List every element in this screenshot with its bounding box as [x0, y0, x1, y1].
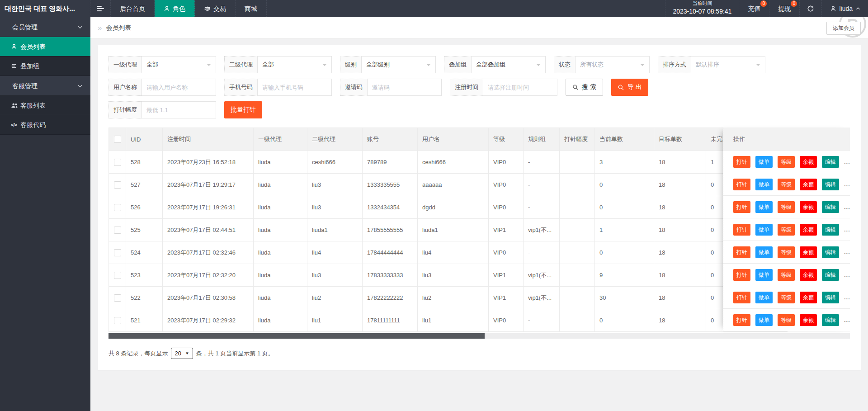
operations-row: 打针做单等级余额编辑...: [723, 151, 850, 173]
make-order-button[interactable]: 做单: [755, 269, 773, 281]
username-input[interactable]: [142, 79, 216, 95]
recharge-button[interactable]: 充值 0: [739, 0, 769, 17]
make-order-button[interactable]: 做单: [755, 179, 773, 190]
search-button[interactable]: 搜 索: [566, 79, 603, 96]
balance-button[interactable]: 余额: [800, 246, 817, 258]
more-actions-button[interactable]: ...: [844, 294, 850, 301]
cell-uid: 523: [126, 264, 163, 287]
sidebar-item-support-code[interactable]: </> 客服代码: [0, 115, 90, 135]
sidebar-item-stack-group[interactable]: 叠加组: [0, 57, 90, 76]
column-header-10: 目标单数: [654, 128, 706, 151]
phone-input[interactable]: [258, 79, 331, 95]
add-member-button[interactable]: 添加会员: [826, 22, 861, 35]
filter-stack-group: 叠加组 全部叠加组: [444, 56, 546, 73]
edit-button[interactable]: 编辑: [822, 156, 839, 168]
inject-button[interactable]: 打针: [733, 201, 750, 213]
cell-account: 17844444444: [363, 241, 418, 264]
menu-toggle-button[interactable]: [90, 0, 111, 17]
row-checkbox[interactable]: [114, 159, 121, 166]
row-checkbox[interactable]: [114, 204, 121, 211]
level-button[interactable]: 等级: [778, 224, 795, 236]
level-button[interactable]: 等级: [778, 201, 795, 213]
sidebar-group-support-mgmt[interactable]: 客服管理: [0, 76, 90, 96]
row-checkbox[interactable]: [114, 181, 121, 189]
row-checkbox[interactable]: [114, 294, 121, 302]
level-button[interactable]: 等级: [778, 269, 795, 281]
edit-button[interactable]: 编辑: [822, 269, 839, 281]
nav-trade[interactable]: 交易: [195, 0, 236, 17]
withdraw-button[interactable]: 提现 0: [769, 0, 799, 17]
agent1-select[interactable]: 全部: [142, 56, 216, 73]
inject-button[interactable]: 打针: [733, 314, 750, 326]
edit-button[interactable]: 编辑: [822, 314, 839, 326]
level-button[interactable]: 等级: [778, 179, 795, 190]
edit-button[interactable]: 编辑: [822, 179, 839, 190]
more-actions-button[interactable]: ...: [844, 317, 850, 323]
inject-button[interactable]: 打针: [733, 292, 750, 303]
select-all-checkbox[interactable]: [114, 136, 121, 143]
balance-button[interactable]: 余额: [800, 224, 817, 236]
make-order-button[interactable]: 做单: [755, 292, 773, 303]
sidebar-item-support-list[interactable]: 客服列表: [0, 96, 90, 115]
sidebar-group-member-mgmt[interactable]: 会员管理: [0, 17, 90, 37]
edit-button[interactable]: 编辑: [822, 246, 839, 258]
inject-button[interactable]: 打针: [733, 269, 750, 281]
balance-button[interactable]: 余额: [800, 201, 817, 213]
user-menu[interactable]: liuda: [821, 0, 868, 17]
cell-uid: 528: [126, 151, 163, 174]
more-actions-button[interactable]: ...: [844, 203, 850, 210]
balance-button[interactable]: 余额: [800, 156, 817, 168]
nav-mall[interactable]: 商城: [236, 0, 267, 17]
balance-button[interactable]: 余额: [800, 292, 817, 303]
balance-button[interactable]: 余额: [800, 269, 817, 281]
agent2-select[interactable]: 全部: [257, 56, 332, 73]
reg-time-input[interactable]: [483, 79, 557, 95]
edit-button[interactable]: 编辑: [822, 224, 839, 236]
export-button[interactable]: 导 出: [611, 79, 648, 96]
edit-button[interactable]: 编辑: [822, 201, 839, 213]
inject-button[interactable]: 打针: [733, 246, 750, 258]
invite-code-input[interactable]: [368, 79, 441, 95]
row-checkbox[interactable]: [114, 227, 121, 234]
refresh-button[interactable]: [799, 0, 821, 17]
needle-range-input[interactable]: [142, 102, 216, 118]
level-select[interactable]: 全部级别: [361, 56, 436, 73]
level-button[interactable]: 等级: [778, 292, 795, 303]
balance-button[interactable]: 余额: [800, 314, 817, 326]
level-button[interactable]: 等级: [778, 246, 795, 258]
make-order-button[interactable]: 做单: [755, 156, 773, 168]
inject-button[interactable]: 打针: [733, 156, 750, 168]
make-order-button[interactable]: 做单: [755, 201, 773, 213]
operations-row: 打针做单等级余额编辑...: [723, 264, 850, 286]
row-checkbox[interactable]: [114, 249, 121, 256]
cell-target: 18: [654, 196, 706, 219]
more-actions-button[interactable]: ...: [844, 226, 850, 233]
status-select[interactable]: 所有状态: [575, 56, 650, 73]
more-actions-button[interactable]: ...: [844, 271, 850, 278]
person-icon: [164, 5, 170, 12]
inject-button[interactable]: 打针: [733, 224, 750, 236]
more-actions-button[interactable]: ...: [844, 249, 850, 255]
sidebar-item-member-list[interactable]: 会员列表: [0, 37, 90, 57]
sort-select[interactable]: 默认排序: [691, 56, 765, 73]
row-checkbox[interactable]: [114, 272, 121, 279]
inject-button[interactable]: 打针: [733, 179, 750, 190]
page-size-select[interactable]: 20 ▼: [171, 348, 193, 359]
balance-button[interactable]: 余额: [800, 179, 817, 190]
make-order-button[interactable]: 做单: [755, 224, 773, 236]
scrollbar-thumb[interactable]: [108, 333, 485, 339]
member-table: UID注册时间一级代理二级代理账号用户名等级规则组打针幅度当前单数目标单数未完成…: [108, 128, 850, 339]
batch-inject-button[interactable]: 批量打针: [224, 101, 262, 118]
level-button[interactable]: 等级: [778, 314, 795, 326]
stack-group-select[interactable]: 全部叠加组: [471, 56, 546, 73]
nav-dashboard[interactable]: 后台首页: [111, 0, 155, 17]
more-actions-button[interactable]: ...: [844, 181, 850, 188]
make-order-button[interactable]: 做单: [755, 246, 773, 258]
edit-button[interactable]: 编辑: [822, 292, 839, 303]
more-actions-button[interactable]: ...: [844, 158, 850, 165]
level-button[interactable]: 等级: [778, 156, 795, 168]
nav-roles[interactable]: 角色: [155, 0, 195, 17]
row-checkbox[interactable]: [114, 317, 121, 324]
make-order-button[interactable]: 做单: [755, 314, 773, 326]
cell-account: 789789: [363, 151, 418, 174]
